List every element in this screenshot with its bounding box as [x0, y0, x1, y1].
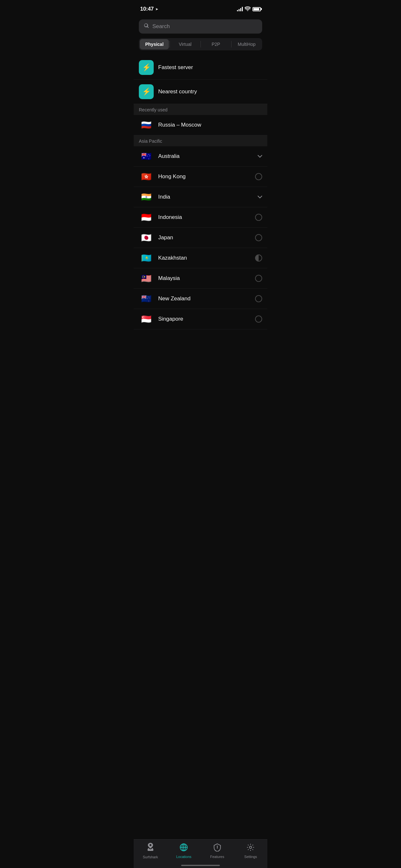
malaysia-flag-icon: 🇲🇾: [139, 273, 154, 284]
kazakhstan-select-icon: [255, 254, 262, 261]
list-item[interactable]: 🇯🇵 Japan: [134, 228, 267, 248]
tab-physical[interactable]: Physical: [140, 39, 169, 50]
indonesia-label: Indonesia: [158, 214, 251, 221]
malaysia-select-icon: [255, 275, 262, 282]
tab-multihop[interactable]: MultiHop: [232, 39, 261, 50]
list-item[interactable]: 🇷🇺 Russia – Moscow: [134, 115, 267, 135]
asia-pacific-header: Asia Pacific: [134, 135, 267, 146]
fastest-server-icon: ⚡: [139, 60, 154, 75]
list-item[interactable]: 🇲🇾 Malaysia: [134, 268, 267, 289]
kazakhstan-flag-icon: 🇰🇿: [139, 252, 154, 264]
nearest-country-label: Nearest country: [158, 89, 262, 95]
tab-virtual[interactable]: Virtual: [171, 39, 199, 50]
bottom-nav: Surfshark Locations Features: [134, 839, 267, 868]
status-bar: 10:47 ➤: [134, 0, 267, 16]
tab-p2p[interactable]: P2P: [202, 39, 230, 50]
search-icon: [144, 23, 149, 30]
signal-icon: [237, 7, 243, 11]
newzealand-flag-icon: 🇳🇿: [139, 293, 154, 304]
australia-chevron-icon: [258, 153, 262, 160]
nav-item-features[interactable]: Features: [206, 843, 228, 859]
list-item[interactable]: 🇸🇬 Singapore: [134, 309, 267, 330]
nav-locations-label: Locations: [176, 855, 191, 859]
home-indicator: [181, 865, 220, 866]
hongkong-label: Hong Kong: [158, 174, 251, 180]
nearest-country-item[interactable]: ⚡ Nearest country: [134, 80, 267, 104]
asia-pacific-section: 🇦🇺 Australia 🇭🇰 Hong Kong 🇮🇳 India: [134, 146, 267, 330]
nearest-country-icon: ⚡: [139, 84, 154, 99]
japan-select-icon: [255, 234, 262, 241]
nav-settings-label: Settings: [244, 855, 257, 859]
japan-label: Japan: [158, 235, 251, 241]
list-item[interactable]: 🇰🇿 Kazakhstan: [134, 248, 267, 268]
australia-label: Australia: [158, 153, 253, 159]
list-item[interactable]: 🇮🇩 Indonesia: [134, 207, 267, 228]
russia-flag-icon: 🇷🇺: [139, 120, 154, 130]
surfshark-icon: [147, 843, 154, 854]
recently-used-section: 🇷🇺 Russia – Moscow: [134, 115, 267, 135]
nav-item-settings[interactable]: Settings: [239, 843, 262, 859]
singapore-flag-icon: 🇸🇬: [139, 314, 154, 324]
settings-icon: [246, 843, 255, 854]
fastest-server-label: Fastest server: [158, 64, 262, 71]
list-item[interactable]: 🇳🇿 New Zealand: [134, 289, 267, 309]
singapore-label: Singapore: [158, 316, 251, 322]
search-bar[interactable]: Search: [139, 20, 262, 34]
svg-point-6: [250, 846, 252, 848]
australia-flag-icon: 🇦🇺: [139, 151, 154, 162]
quick-connect-section: ⚡ Fastest server ⚡ Nearest country: [134, 56, 267, 104]
newzealand-select-icon: [255, 295, 262, 302]
india-label: India: [158, 194, 253, 200]
tab-segment: Physical Virtual P2P MultiHop: [139, 38, 262, 51]
list-item[interactable]: 🇦🇺 Australia: [134, 146, 267, 166]
hongkong-select-icon: [255, 173, 262, 180]
tab-divider-2: [201, 41, 201, 48]
tab-divider-3: [231, 41, 232, 48]
fastest-server-item[interactable]: ⚡ Fastest server: [134, 56, 267, 80]
status-icons: [237, 6, 261, 12]
russia-moscow-label: Russia – Moscow: [158, 122, 262, 128]
nav-surfshark-label: Surfshark: [143, 855, 158, 859]
list-item[interactable]: 🇮🇳 India: [134, 187, 267, 207]
japan-flag-icon: 🇯🇵: [139, 232, 154, 243]
battery-icon: [252, 7, 261, 11]
hongkong-flag-icon: 🇭🇰: [139, 171, 154, 182]
india-chevron-icon: [258, 194, 262, 200]
newzealand-label: New Zealand: [158, 296, 251, 302]
list-item[interactable]: 🇭🇰 Hong Kong: [134, 166, 267, 187]
recently-used-header: Recently used: [134, 104, 267, 115]
malaysia-label: Malaysia: [158, 275, 251, 282]
nav-item-surfshark[interactable]: Surfshark: [139, 843, 162, 859]
search-container: Search: [134, 16, 267, 38]
singapore-select-icon: [255, 315, 262, 322]
nav-features-label: Features: [210, 855, 224, 859]
indonesia-select-icon: [255, 214, 262, 221]
indonesia-flag-icon: 🇮🇩: [139, 212, 154, 223]
kazakhstan-label: Kazakhstan: [158, 255, 251, 261]
wifi-icon: [245, 6, 251, 12]
nav-item-locations[interactable]: Locations: [173, 843, 195, 859]
tab-divider-1: [169, 41, 170, 48]
features-icon: [213, 843, 221, 854]
search-placeholder: Search: [152, 23, 170, 30]
location-arrow-icon: ➤: [155, 7, 158, 11]
status-time: 10:47: [140, 6, 154, 12]
locations-icon: [180, 843, 188, 854]
india-flag-icon: 🇮🇳: [139, 191, 154, 203]
